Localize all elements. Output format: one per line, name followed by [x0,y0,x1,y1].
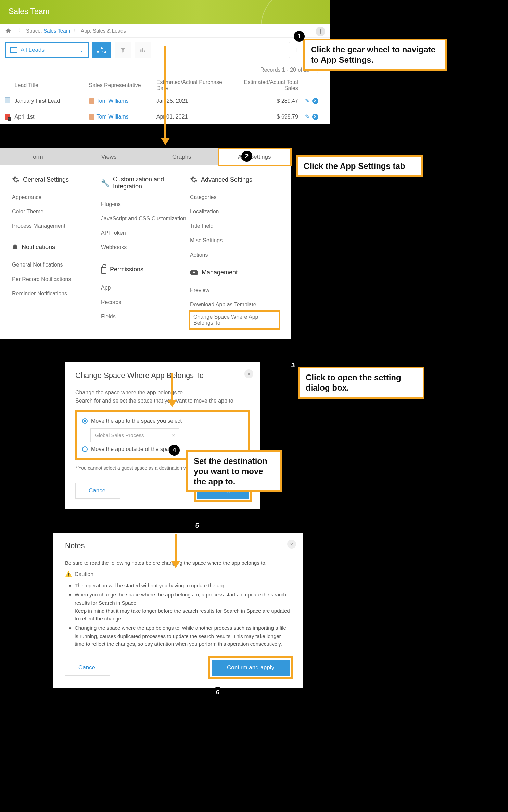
notes-bullet: Changing the space where the app belongs… [75,624,291,648]
section-notifications: Notifications [12,244,101,251]
dialog-title: Notes [65,541,291,550]
section-advanced: Advanced Settings [190,176,279,183]
warning-icon: ⚠️ [65,570,72,579]
link-api-token[interactable]: API Token [101,226,190,240]
radio-icon [82,446,88,452]
info-icon[interactable]: i [316,27,325,36]
dialog-title: Change Space Where App Belongs To [75,371,250,380]
notes-bullet: This operation will be started without y… [75,581,291,589]
home-icon[interactable] [5,28,11,34]
user-link[interactable]: Tom Williams [97,114,129,120]
svg-rect-2 [144,51,145,52]
link-title-field[interactable]: Title Field [190,219,279,233]
link-per-record-notif[interactable]: Per Record Notifications [12,272,101,286]
funnel-icon [119,47,126,53]
step-badge-3: 3 [288,360,299,371]
link-perm-fields[interactable]: Fields [101,309,190,324]
gear-icon [190,176,198,183]
link-appearance[interactable]: Appearance [12,190,101,205]
link-misc[interactable]: Misc Settings [190,233,279,248]
space-header: Sales Team [0,0,330,24]
link-perm-app[interactable]: App [101,281,190,295]
arrow-connector [164,46,166,139]
chevron-down-icon: ⌄ [79,47,84,53]
link-js-css[interactable]: JavaScript and CSS Customization [101,211,190,226]
chart-toggle-button[interactable] [135,42,151,58]
close-icon[interactable]: × [244,369,253,378]
document-icon [5,97,10,103]
caution-label: ⚠️ Caution [65,570,291,579]
notes-bullet: When you change the space where the app … [75,591,291,623]
link-download-template[interactable]: Download App as Template [190,297,279,312]
lock-icon [101,267,106,274]
section-customization: 🔧 Customization and Integration [101,176,190,190]
link-preview[interactable]: Preview [190,283,279,297]
step-badge-4: 4 [169,445,180,456]
delete-icon[interactable]: ✕ [312,98,318,104]
svg-rect-1 [142,48,143,52]
space-title: Sales Team [9,7,50,16]
filter-button[interactable] [115,42,131,58]
flag-icon [5,114,10,120]
callout-1: Click the gear wheel to navigate to App … [303,39,447,71]
tab-graphs[interactable]: Graphs [145,148,218,165]
view-dropdown[interactable]: All Leads ⌄ [5,42,89,58]
link-perm-records[interactable]: Records [101,295,190,309]
callout-3: Click to open the setting dialog box. [298,367,424,399]
radio-icon [82,418,88,424]
link-plugins[interactable]: Plug-ins [101,197,190,211]
step-badge-6: 6 [212,687,223,698]
link-webhooks[interactable]: Webhooks [101,240,190,255]
graph-button[interactable] [92,42,111,58]
link-process-mgmt[interactable]: Process Management [12,219,101,233]
arrow-connector [171,373,173,401]
step-badge-1: 1 [294,31,305,42]
avatar [89,114,94,120]
gear-icon [12,176,20,183]
tab-form[interactable]: Form [0,148,73,165]
arrow-connector [175,534,177,562]
user-link[interactable]: Tom Williams [97,98,129,104]
section-management: Management [190,269,279,276]
step-badge-5: 5 [192,520,203,531]
link-categories[interactable]: Categories [190,190,279,205]
callout-4: Set the destination you want to move the… [186,450,282,492]
breadcrumb-space-link[interactable]: Sales Team [43,28,70,34]
step-badge-2: 2 [241,151,252,162]
bars-icon [140,47,146,53]
section-permissions: Permissions [101,265,190,274]
section-general: General Settings [12,176,101,183]
tab-views[interactable]: Views [73,148,146,165]
link-reminder-notif[interactable]: Reminder Notifications [12,286,101,301]
breadcrumb: 〉 Space: Sales Team 〉 App: Sales & Leads [0,24,330,38]
breadcrumb-app: App: Sales & Leads [81,28,126,34]
link-color-theme[interactable]: Color Theme [12,205,101,219]
notes-dialog: × Notes Be sure to read the following no… [53,533,303,688]
link-change-space[interactable]: Change Space Where App Belongs To [190,312,279,328]
app-settings-panel: Form Views Graphs App Settings General S… [0,148,291,339]
callout-2: Click the App Settings tab [296,155,423,177]
tab-app-settings[interactable]: App Settings [218,148,291,165]
clear-icon[interactable]: × [172,432,175,438]
grid-icon [10,47,17,53]
avatar [89,98,94,104]
link-localization[interactable]: Localization [190,205,279,219]
delete-icon[interactable]: ✕ [312,114,318,120]
cancel-button[interactable]: Cancel [75,483,120,499]
svg-rect-0 [140,50,141,52]
radio-move-to-space[interactable]: Move the app to the space you select [82,416,243,426]
chart-icon [97,46,107,54]
link-general-notif[interactable]: General Notifications [12,258,101,272]
confirm-apply-button[interactable]: Confirm and apply [212,660,290,676]
link-actions[interactable]: Actions [190,248,279,262]
close-icon[interactable]: × [287,540,296,549]
wrench-icon: 🔧 [101,179,110,187]
space-search-input[interactable]: Global Sales Process × [90,428,179,442]
cancel-button[interactable]: Cancel [65,660,110,676]
cloud-icon [190,270,198,275]
pencil-icon[interactable]: ✎ [305,113,309,120]
bell-icon [12,244,18,250]
pencil-icon[interactable]: ✎ [305,98,309,104]
